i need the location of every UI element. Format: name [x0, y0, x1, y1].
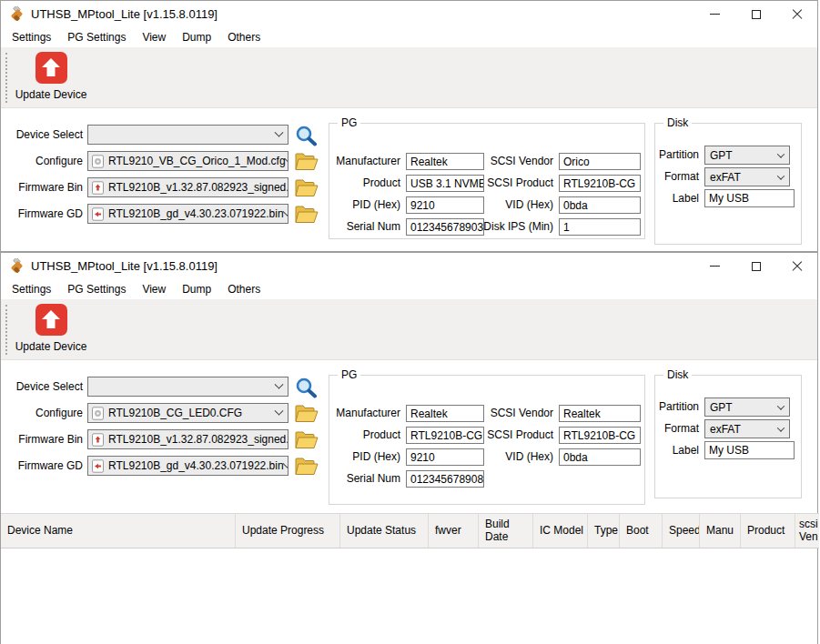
column-manu[interactable]: Manu [700, 514, 741, 548]
firmware-gd-label: Firmware GD [3, 204, 83, 224]
configure-combo[interactable]: RTL9210_VB_CG_Orico_1_Mod.cfg [87, 151, 289, 171]
menu-others[interactable]: Others [219, 280, 268, 298]
update-device-button[interactable]: Update Device [12, 303, 90, 357]
firmware-bin-label: Firmware Bin [3, 177, 83, 197]
device-select-combo[interactable] [87, 125, 289, 145]
menu-dump[interactable]: Dump [174, 28, 219, 46]
scsi-vendor-label: SCSI Vendor [435, 405, 553, 421]
disk-ips-label: Disk IPS (Min) [435, 218, 553, 235]
maximize-icon [752, 262, 761, 271]
update-device-label: Update Device [15, 88, 87, 101]
partition-combo[interactable]: GPT [704, 146, 790, 165]
usb-drive-app-icon [9, 6, 25, 22]
minimize-button[interactable] [694, 1, 735, 27]
update-device-button[interactable]: Update Device [12, 51, 90, 106]
toolbar-gripper[interactable] [5, 53, 7, 103]
vid-label: VID (Hex) [435, 196, 553, 213]
partition-label: Partition [655, 397, 699, 417]
device-select-label: Device Select [3, 125, 83, 145]
firmware-bin-value: RTL9210B_v1.32.87.082923_signed. [108, 181, 289, 194]
disk-group: Disk Partition GPT Format exFAT Label My… [654, 123, 802, 245]
close-button[interactable] [776, 1, 817, 27]
firmware-gd-combo[interactable]: RTL9210B_gd_v4.30.23.071922.bin [87, 456, 289, 476]
chevron-down-icon [288, 180, 289, 189]
partition-label: Partition [655, 146, 699, 165]
device-table-header: Device Name Update Progress Update Statu… [1, 513, 819, 548]
chevron-down-icon [777, 402, 785, 409]
window-title: UTHSB_MPtool_Lite [v1.15.8.0119] [31, 259, 218, 273]
menu-dump[interactable]: Dump [174, 280, 219, 298]
format-combo[interactable]: exFAT [704, 419, 790, 438]
volume-label-label: Label [655, 441, 699, 459]
column-fwver[interactable]: fwver [429, 514, 479, 548]
serial-num-field[interactable]: 012345678908 [406, 470, 484, 488]
format-combo[interactable]: exFAT [704, 167, 790, 186]
firmware-gd-combo[interactable]: RTL9210B_gd_v4.30.23.071922.bin [87, 204, 289, 224]
firmware-bin-combo[interactable]: RTL9210B_v1.32.87.082923_signed. [87, 177, 289, 197]
menu-view[interactable]: View [134, 280, 174, 298]
search-device-button[interactable] [294, 125, 319, 146]
open-firmware-gd-folder-button[interactable] [294, 456, 319, 478]
pg-group-title: PG [338, 368, 360, 381]
pg-group-title: PG [338, 116, 360, 129]
title-bar[interactable]: UTHSB_MPtool_Lite [v1.15.8.0119] [1, 1, 817, 27]
scsi-product-label: SCSI Product [435, 427, 553, 443]
disk-ips-field[interactable]: 1 [559, 218, 641, 236]
scsi-product-field[interactable]: RTL9210B-CG [559, 427, 641, 444]
column-speed[interactable]: Speed [663, 514, 700, 548]
maximize-button[interactable] [735, 1, 776, 27]
scsi-vendor-field[interactable]: Realtek [559, 405, 641, 422]
open-firmware-gd-folder-button[interactable] [294, 204, 319, 226]
open-firmware-bin-folder-button[interactable] [294, 429, 319, 451]
menu-settings[interactable]: Settings [4, 28, 59, 46]
minimize-button[interactable] [694, 253, 735, 279]
menu-pg-settings[interactable]: PG Settings [59, 280, 134, 298]
firmware-file-icon [91, 181, 105, 195]
close-icon [792, 261, 803, 272]
maximize-button[interactable] [735, 253, 776, 279]
menu-others[interactable]: Others [219, 28, 268, 46]
open-configure-folder-button[interactable] [294, 403, 319, 425]
window-title: UTHSB_MPtool_Lite [v1.15.8.0119] [31, 7, 218, 21]
disk-group-title: Disk [663, 368, 692, 381]
menu-bar: Settings PG Settings View Dump Others [1, 279, 817, 299]
column-update-status[interactable]: Update Status [340, 514, 429, 548]
column-ic-model[interactable]: IC Model [533, 514, 588, 548]
column-boot[interactable]: Boot [620, 514, 663, 548]
chevron-down-icon [288, 432, 289, 441]
usb-drive-app-icon [9, 258, 25, 274]
firmware-bin-value: RTL9210B_v1.32.87.082923_signed. [108, 433, 289, 446]
column-update-progress[interactable]: Update Progress [236, 514, 340, 548]
firmware-bin-combo[interactable]: RTL9210B_v1.32.87.082923_signed. [87, 429, 289, 449]
column-product[interactable]: Product [741, 514, 795, 548]
format-value: exFAT [710, 423, 741, 436]
search-device-button[interactable] [294, 377, 319, 398]
volume-label-field[interactable]: My USB [704, 441, 795, 459]
menu-view[interactable]: View [134, 28, 174, 46]
menu-pg-settings[interactable]: PG Settings [59, 28, 134, 46]
vid-field[interactable]: 0bda [559, 196, 641, 214]
device-select-combo[interactable] [87, 377, 289, 397]
close-button[interactable] [776, 253, 817, 279]
configure-combo[interactable]: RTL9210B_CG_LED0.CFG [87, 403, 289, 423]
vid-field[interactable]: 0bda [559, 448, 641, 466]
firmware-file-icon [91, 433, 105, 447]
column-build-date[interactable]: Build Date [479, 514, 533, 548]
open-firmware-bin-folder-button[interactable] [294, 177, 319, 199]
scsi-vendor-field[interactable]: Orico [559, 153, 641, 170]
open-configure-folder-button[interactable] [294, 151, 319, 173]
partition-combo[interactable]: GPT [704, 397, 790, 417]
title-bar[interactable]: UTHSB_MPtool_Lite [v1.15.8.0119] [1, 253, 817, 279]
column-device-name[interactable]: Device Name [1, 514, 236, 548]
column-type[interactable]: Type [588, 514, 620, 548]
menu-settings[interactable]: Settings [4, 280, 59, 298]
column-scsi-vendor[interactable]: scsi Ven [795, 514, 819, 548]
product-label: Product [329, 427, 400, 443]
toolbar-gripper[interactable] [5, 305, 7, 355]
update-device-label: Update Device [15, 340, 87, 353]
format-label: Format [655, 419, 699, 438]
configure-value: RTL9210B_CG_LED0.CFG [108, 407, 242, 419]
config-file-icon [91, 407, 105, 420]
volume-label-field[interactable]: My USB [704, 189, 795, 207]
scsi-product-field[interactable]: RTL9210B-CG [559, 175, 641, 192]
